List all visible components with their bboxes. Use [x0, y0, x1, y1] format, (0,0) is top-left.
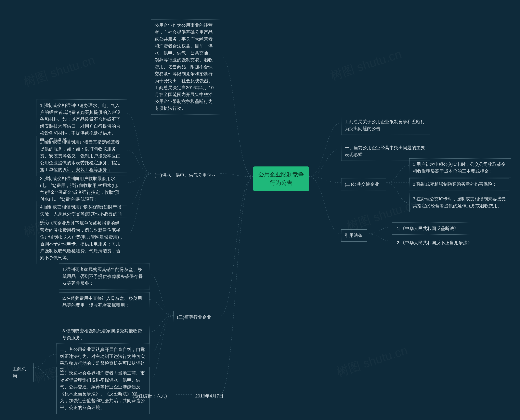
node-r2: 一、当前公用企业经营中突出问题的主要表现形式 [341, 142, 430, 161]
node-r3a: 1.用户初次申领公交IC卡时，公交公司收取或变相收取明显高于成本价的工本费或押金… [409, 158, 511, 177]
node-r3b: 2.强制或变相强制乘客购买意外伤害保险； [409, 178, 509, 190]
node-l1c: 3.强制或变相强制向用户收取最低用水(电、气)费用，强行向收取用户"用水(电、气… [37, 172, 127, 205]
node-l1e: 5.水电气企业及其下属单位或被指定的经营者的滥收费用行为，例如对新建住宅楼住户强… [37, 217, 127, 264]
watermark: 树图 shutu.cn [22, 52, 97, 90]
node-l2c: 3.强制或变相强制死者家属接受其他收费祭奠服务。 [59, 325, 150, 344]
node-l2: (三)殡葬行业企业 [174, 311, 220, 323]
node-r1: 工商总局关于公用企业限制竞争和垄断行为突出问题的公告 [341, 116, 430, 135]
node-l5: 2016年4月7日 [192, 390, 227, 402]
node-l5a: (责任编辑：六六) [129, 390, 174, 402]
node-r4a: [1]《中华人民共和国反垄断法》 [392, 223, 471, 235]
node-l2a: 1.强制死者家属购买其销售的骨灰盒、祭奠用品，否则不予提供殡葬服务或保存骨灰等延… [59, 263, 150, 289]
node-intro: 公用企业作为公用事业的经营者，向社会提供基础公用产品或公共服务，事关广大经营者和… [151, 19, 220, 114]
node-r4: 引用法条 [341, 229, 367, 241]
node-l4: 工商总局 [9, 363, 33, 382]
node-r3: (二)公共交通企业 [341, 178, 386, 190]
root-node: 公用企业限制竞争行为公告 [253, 166, 309, 191]
node-r4b: [2]《中华人民共和国反不正当竞争法》 [392, 237, 479, 249]
node-l2b: 2.在殡葬费用中直接计入骨灰盒、祭奠用品等的费用，滥收死者家属费用； [59, 292, 150, 311]
watermark: 树图 shutu.cn [334, 342, 410, 381]
node-l1b: 2.强制或变相强制用户接受其指定经营者提供的服务，如：如：以打包收取服务费、安装… [37, 136, 127, 176]
watermark: 树图 shutu.cn [328, 46, 404, 84]
node-l1: (一)供水、供电、供气公用企业 [151, 169, 220, 181]
node-r3c: 3.在办理公交IC卡时，强制或变相强制乘客接受其指定的经营者提供的延伸服务或滥收… [409, 193, 511, 212]
